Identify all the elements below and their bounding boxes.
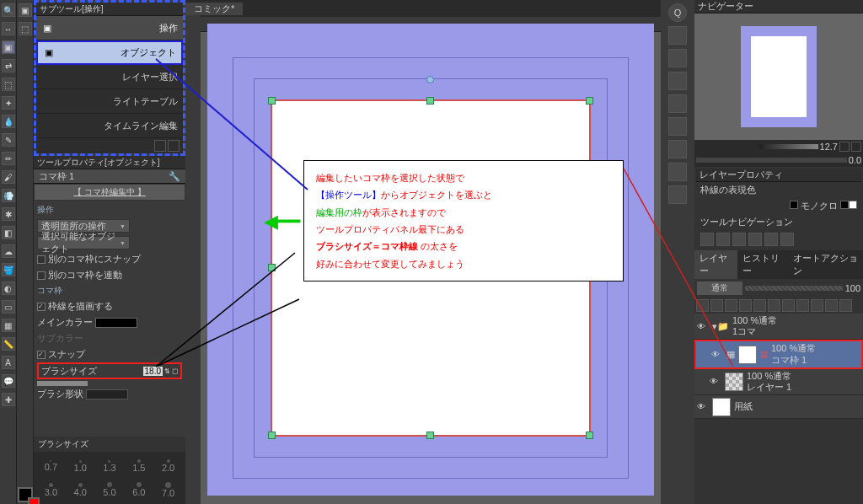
maincolor-swatch[interactable] [95,318,137,328]
lybtn-5[interactable] [753,299,766,312]
tn-6[interactable] [780,233,794,246]
handle-bl[interactable] [268,432,276,439]
handle-bm[interactable] [426,432,434,439]
handle-tl[interactable] [268,97,276,105]
subicon-1[interactable]: ▣ [19,3,32,17]
rbtn-3[interactable] [668,72,687,90]
bsize-4[interactable]: 2.0 [154,455,182,477]
layer-paper[interactable]: 👁 用紙 [694,395,863,419]
tool-eyedrop[interactable]: 💧 [2,115,15,128]
dd-selectable[interactable]: 選択可能なオブジェクト▼ [37,236,130,249]
lybtn-11[interactable] [839,299,852,312]
rbtn-8[interactable] [668,185,687,204]
lybtn-3[interactable] [725,299,737,312]
layer-koma[interactable]: 👁 ▦ ⊠ 100 %通常コマ枠 1 [694,340,863,368]
tool-ruler[interactable]: 📏 [2,337,15,351]
blend-mode-dd[interactable]: 通常 [697,281,742,295]
tool-pen[interactable]: ✎ [2,133,15,147]
tool-deco[interactable]: ✱ [2,207,15,221]
bsize-2[interactable]: 1.3 [96,455,124,477]
rbtn-6[interactable] [668,140,687,158]
subtool-operation[interactable]: ▣操作 [36,16,183,40]
subicon-2[interactable]: ⬚ [19,22,32,35]
brushshape-dd[interactable] [86,389,128,399]
tool-fill[interactable]: 🪣 [2,263,15,276]
tool-brush[interactable]: 🖌 [2,170,15,184]
tn-4[interactable] [748,233,762,246]
tool-pencil[interactable]: ✏ [2,152,15,165]
rbtn-4[interactable] [668,94,687,113]
tool-text[interactable]: A [2,356,15,369]
bsize-9[interactable]: 7.0 [154,479,182,501]
lybtn-8[interactable] [796,299,809,312]
rbtn-7[interactable] [668,163,687,181]
bsize-6[interactable]: 4.0 [67,479,94,501]
rbtn-2[interactable] [668,49,687,67]
rotate-handle[interactable] [426,76,434,83]
nav-slider2[interactable] [696,158,847,163]
subtool-light-table[interactable]: ライトテーブル [36,89,183,114]
rbtn-5[interactable] [668,117,687,136]
lybtn-1[interactable] [696,299,709,312]
handle-ml[interactable] [268,264,276,271]
nav-btn-b[interactable] [851,142,861,152]
tool-wand[interactable]: ✦ [2,96,15,110]
lybtn-10[interactable] [825,299,838,312]
brush-size-value[interactable]: 18.0 [143,367,163,376]
lybtn-9[interactable] [811,299,823,312]
tool-zoom[interactable]: 🔍 [2,3,15,17]
tool-frame[interactable]: ▦ [2,319,15,332]
subtool-timeline[interactable]: タイムライン編集 [36,114,183,138]
cb-snapother[interactable] [37,255,46,264]
tool-movelayer[interactable]: ⇄ [2,59,15,72]
tn-2[interactable] [716,233,730,246]
subtool-object[interactable]: ▣オブジェクト [36,40,183,65]
nav-slider1[interactable] [759,144,818,149]
handle-br[interactable] [586,432,593,439]
tn-5[interactable] [764,233,778,246]
eye-icon[interactable]: 👁 [697,402,709,411]
color-palette[interactable] [16,485,35,504]
tool-fix[interactable]: ✚ [2,393,15,406]
handle-tr[interactable] [586,97,593,105]
link-icon[interactable]: ◻ [172,367,178,375]
bsize-1[interactable]: 1.0 [67,455,94,477]
bsize-0[interactable]: 0.7 [37,455,65,477]
bsize-3[interactable]: 1.5 [125,455,153,477]
toolprop-tab[interactable]: コマ枠 1🔧 [34,169,185,184]
wrench-icon[interactable]: 🔧 [169,171,180,182]
lybtn-7[interactable] [782,299,795,312]
bsize-7[interactable]: 5.0 [96,479,124,501]
tab-layer[interactable]: レイヤー [694,250,737,279]
tool-select-rect[interactable]: ⬚ [2,78,15,91]
tool-balloon[interactable]: 💬 [2,374,15,388]
tool-blend[interactable]: ☁ [2,244,15,258]
nav-view[interactable] [694,13,863,140]
tab-autoaction[interactable]: オートアクション [788,250,863,279]
layer-1[interactable]: 👁 100 %通常レイヤー 1 [694,369,863,395]
canvas-tab[interactable]: コミック* [185,3,243,15]
opacity-slider[interactable] [745,286,843,291]
tool-eraser[interactable]: ◧ [2,226,15,239]
bsize-5[interactable]: 3.0 [37,479,65,501]
cb-drawborder[interactable] [37,303,46,311]
layer-folder[interactable]: 👁 ▾📁 100 %通常1コマ [694,314,863,340]
lybtn-2[interactable] [710,299,723,312]
tn-1[interactable] [700,233,714,246]
tool-move[interactable]: ↔ [2,22,15,35]
cb-linkother[interactable] [37,271,46,280]
ruler-v[interactable] [185,15,201,504]
lybtn-6[interactable] [768,299,780,312]
cb-snap[interactable] [37,351,46,359]
subtool-layer-select[interactable]: レイヤー選択 [36,65,183,89]
tn-3[interactable] [732,233,746,246]
subtool-foot-btn1[interactable] [154,140,166,152]
handle-tm[interactable] [426,97,434,105]
tab-history[interactable]: ヒストリー [737,250,788,279]
rbtn-1[interactable] [668,26,687,45]
tool-air[interactable]: 💨 [2,189,15,202]
lybtn-4[interactable] [739,299,752,312]
eye-icon[interactable]: 👁 [697,322,709,331]
subtool-foot-btn2[interactable] [168,140,180,152]
tool-grad[interactable]: ◐ [2,281,15,295]
